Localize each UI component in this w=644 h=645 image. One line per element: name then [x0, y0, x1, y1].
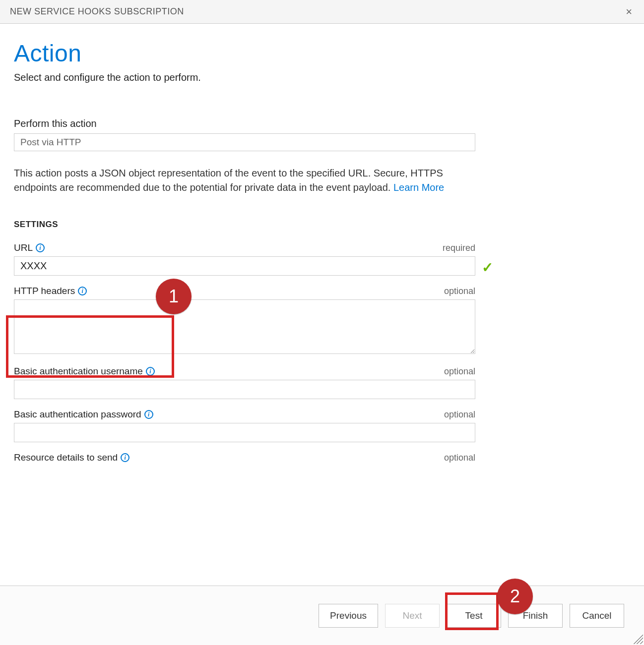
basic-auth-password-label: Basic authentication password i — [14, 409, 153, 420]
url-input[interactable] — [14, 256, 475, 276]
field-basic-auth-password: Basic authentication password i optional — [14, 409, 475, 442]
check-icon: ✓ — [482, 259, 493, 276]
info-icon[interactable]: i — [144, 410, 153, 419]
dialog-header: NEW SERVICE HOOKS SUBSCRIPTION × — [0, 0, 644, 24]
action-select-label: Perform this action — [14, 118, 630, 129]
basic-auth-username-label: Basic authentication username i — [14, 366, 155, 377]
action-select[interactable]: Post via HTTP — [14, 133, 475, 151]
dialog-body-scroll[interactable]: Action Select and configure the action t… — [0, 24, 644, 586]
basic-auth-password-input[interactable] — [14, 423, 475, 442]
close-icon[interactable]: × — [624, 5, 634, 18]
info-icon[interactable]: i — [146, 367, 155, 376]
cancel-button[interactable]: Cancel — [570, 604, 624, 628]
basic-auth-username-input[interactable] — [14, 380, 475, 399]
resize-handle-icon[interactable] — [632, 633, 643, 644]
action-description: This action posts a JSON object represen… — [14, 166, 475, 195]
test-button[interactable]: Test — [447, 604, 501, 628]
finish-button[interactable]: Finish — [508, 604, 563, 628]
field-basic-auth-username: Basic authentication username i optional — [14, 366, 475, 399]
learn-more-link[interactable]: Learn More — [393, 182, 444, 193]
http-headers-label: HTTP headers i — [14, 286, 87, 296]
url-hint: required — [443, 243, 475, 253]
page-subtitle: Select and configure the action to perfo… — [14, 72, 630, 83]
info-icon[interactable]: i — [36, 243, 45, 252]
previous-button[interactable]: Previous — [319, 604, 378, 628]
basic-auth-password-hint: optional — [444, 410, 475, 420]
info-icon[interactable]: i — [121, 453, 129, 462]
field-url: URL i required ✓ — [14, 242, 475, 276]
dialog-title: NEW SERVICE HOOKS SUBSCRIPTION — [10, 6, 184, 17]
basic-auth-username-hint: optional — [444, 366, 475, 377]
resource-details-hint: optional — [444, 453, 475, 463]
page-heading: Action — [14, 40, 630, 67]
http-headers-hint: optional — [444, 286, 475, 296]
http-headers-input[interactable] — [14, 299, 475, 354]
field-resource-details: Resource details to send i optional — [14, 452, 475, 463]
url-label: URL i — [14, 242, 45, 253]
field-http-headers: HTTP headers i optional — [14, 286, 475, 356]
dialog-footer: Previous Next Test Finish Cancel — [0, 586, 644, 645]
next-button: Next — [385, 604, 440, 628]
info-icon[interactable]: i — [78, 287, 87, 295]
action-description-text: This action posts a JSON object represen… — [14, 168, 443, 193]
resource-details-label: Resource details to send i — [14, 452, 129, 463]
settings-heading: SETTINGS — [14, 220, 630, 230]
